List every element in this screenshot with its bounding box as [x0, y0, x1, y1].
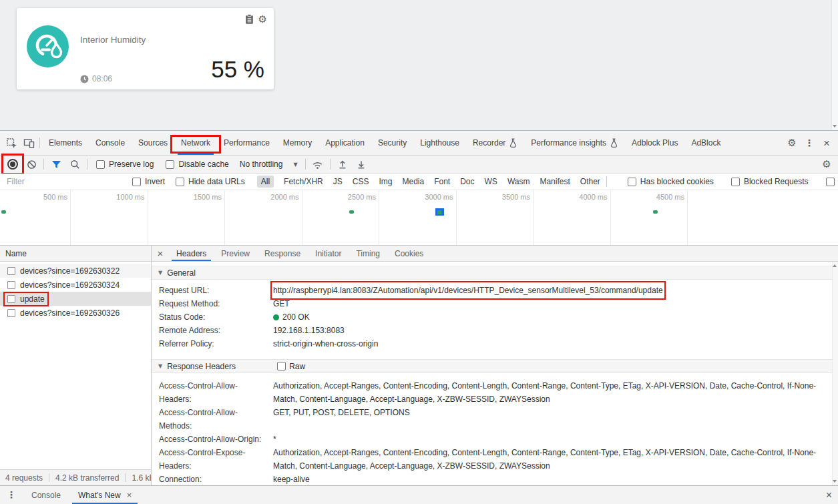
search-icon[interactable] — [66, 156, 83, 172]
type-filter-all[interactable]: All — [257, 176, 274, 188]
filter-funnel-icon[interactable] — [47, 156, 65, 172]
detail-tab-headers[interactable]: Headers — [169, 246, 214, 261]
type-filter-doc[interactable]: Doc — [460, 177, 474, 186]
drawer-tab-what-s-new[interactable]: What's New× — [69, 486, 140, 504]
triangle-down-icon: ▼ — [158, 270, 162, 276]
header-row: Status Code:200 OK — [152, 310, 838, 324]
timeline-tick-label: 3500 ms — [483, 193, 530, 201]
device-toolbar-icon[interactable] — [20, 135, 37, 151]
type-filter-ws[interactable]: WS — [485, 177, 497, 186]
request-marker[interactable] — [1, 210, 6, 214]
tab-network[interactable]: Network — [174, 131, 217, 155]
tab-console[interactable]: Console — [89, 131, 132, 155]
humidity-gauge-icon — [27, 25, 69, 67]
detail-tab-timing[interactable]: Timing — [349, 246, 387, 261]
header-value: GET, PUT, POST, DELETE, OPTIONS — [273, 406, 838, 419]
clear-network-log-icon[interactable] — [23, 156, 40, 172]
tab-adblock[interactable]: AdBlock — [684, 131, 727, 155]
type-filter-other[interactable]: Other — [580, 177, 600, 186]
network-settings-gear-icon[interactable]: ⚙ — [818, 156, 835, 172]
request-row[interactable]: update — [0, 292, 151, 306]
drawer-menu-kebab-icon[interactable]: ⋮ — [0, 490, 23, 500]
timeline-tick-label: 3000 ms — [407, 193, 453, 201]
throttling-dropdown[interactable]: No throttling ▼ — [236, 160, 302, 169]
devtools-menu-kebab-icon[interactable]: ⋮ — [801, 135, 818, 151]
tab-performance-insights[interactable]: Performance insights — [524, 131, 625, 155]
tab-memory[interactable]: Memory — [276, 131, 319, 155]
page-scrollbar[interactable] — [831, 0, 838, 130]
network-conditions-wifi-icon[interactable] — [309, 156, 327, 172]
checkbox — [628, 178, 636, 186]
tab-performance[interactable]: Performance — [217, 131, 276, 155]
header-row: Access-Control-Allow-Origin:* — [152, 433, 838, 446]
request-row[interactable]: devices?since=1692630326 — [0, 306, 151, 320]
type-filter-img[interactable]: Img — [379, 177, 392, 186]
type-filter-js[interactable]: JS — [333, 177, 343, 186]
checkbox — [826, 178, 835, 186]
widget-settings-gear-icon[interactable]: ⚙ — [258, 15, 267, 25]
name-column-header[interactable]: Name — [0, 246, 151, 262]
tab-security[interactable]: Security — [371, 131, 413, 155]
type-filter-fetch-xhr[interactable]: Fetch/XHR — [284, 177, 323, 186]
close-tab-icon[interactable]: × — [127, 490, 132, 500]
selected-request-marker[interactable] — [435, 208, 444, 216]
favicon-placeholder-icon — [7, 281, 15, 289]
widget-time: 08:06 — [80, 74, 112, 83]
tab-adblock-plus[interactable]: Adblock Plus — [625, 131, 684, 155]
detail-tab-cookies[interactable]: Cookies — [387, 246, 431, 261]
general-rows: Request URL:http://raspberrypi4.lan:8083… — [152, 280, 838, 353]
tab-lighthouse[interactable]: Lighthouse — [413, 131, 466, 155]
close-drawer-icon[interactable]: × — [820, 489, 838, 501]
detail-tab-response[interactable]: Response — [257, 246, 308, 261]
tab-application[interactable]: Application — [319, 131, 371, 155]
detail-tab-label: Headers — [176, 249, 206, 258]
filter-input[interactable] — [5, 176, 108, 187]
header-row: Referrer Policy:strict-origin-when-cross… — [152, 337, 838, 350]
type-filter-font[interactable]: Font — [434, 177, 450, 186]
request-row-inner: update — [5, 294, 47, 304]
close-details-icon[interactable]: × — [152, 248, 169, 259]
raw-headers-checkbox[interactable]: Raw — [277, 362, 305, 371]
request-row-inner: devices?since=1692630324 — [5, 280, 122, 290]
record-network-log-button[interactable] — [4, 156, 21, 172]
type-filter-media[interactable]: Media — [402, 177, 424, 186]
detail-tab-initiator[interactable]: Initiator — [308, 246, 349, 261]
invert-checkbox[interactable]: Invert — [127, 177, 170, 186]
timeline-tick-label: 2500 ms — [329, 193, 376, 201]
network-overview-timeline[interactable]: 500 ms1000 ms1500 ms2000 ms2500 ms3000 m… — [0, 190, 838, 246]
request-marker[interactable] — [653, 210, 658, 214]
summary-divider — [49, 473, 49, 482]
preserve-log-checkbox[interactable]: Preserve log — [91, 160, 159, 169]
devtools-settings-gear-icon[interactable]: ⚙ — [783, 135, 801, 151]
drawer-tab-console[interactable]: Console — [23, 486, 69, 504]
tab-elements[interactable]: Elements — [42, 131, 89, 155]
network-filter-bar: Invert Hide data URLs AllFetch/XHRJSCSSI… — [0, 174, 838, 190]
type-filter-manifest[interactable]: Manifest — [540, 177, 570, 186]
request-row[interactable]: devices?since=1692630322 — [0, 264, 151, 278]
request-name: update — [20, 294, 45, 304]
blocked-requests-checkbox[interactable]: Blocked Requests — [726, 177, 814, 186]
inspect-element-icon[interactable] — [3, 135, 20, 151]
header-row: Request URL:http://raspberrypi4.lan:8083… — [152, 284, 838, 297]
type-filter-css[interactable]: CSS — [353, 177, 369, 186]
tab-recorder[interactable]: Recorder — [466, 131, 524, 155]
details-scrollbar[interactable] — [832, 262, 838, 485]
disable-cache-checkbox[interactable]: Disable cache — [160, 160, 234, 169]
hide-data-urls-checkbox[interactable]: Hide data URLs — [170, 177, 250, 186]
header-name: Access-Control-Allow- Headers: — [152, 379, 273, 406]
tab-label: Network — [181, 138, 210, 148]
detail-tab-preview[interactable]: Preview — [214, 246, 257, 261]
tab-sources[interactable]: Sources — [132, 131, 174, 155]
3rd-party-requests-checkbox[interactable]: 3rd-party requests — [821, 177, 838, 186]
general-section-header[interactable]: ▼ General — [152, 266, 838, 280]
events-icon[interactable] — [244, 14, 254, 25]
response-headers-section-header[interactable]: ▼ Response Headers Raw — [152, 359, 838, 373]
request-marker[interactable] — [349, 210, 354, 214]
detail-tab-label: Initiator — [315, 249, 341, 258]
import-har-icon[interactable] — [334, 156, 351, 172]
export-har-icon[interactable] — [353, 156, 370, 172]
has-blocked-cookies-checkbox[interactable]: Has blocked cookies — [622, 177, 719, 186]
type-filter-wasm[interactable]: Wasm — [507, 177, 530, 186]
devtools-close-icon[interactable]: × — [818, 135, 835, 151]
request-row[interactable]: devices?since=1692630324 — [0, 278, 151, 292]
